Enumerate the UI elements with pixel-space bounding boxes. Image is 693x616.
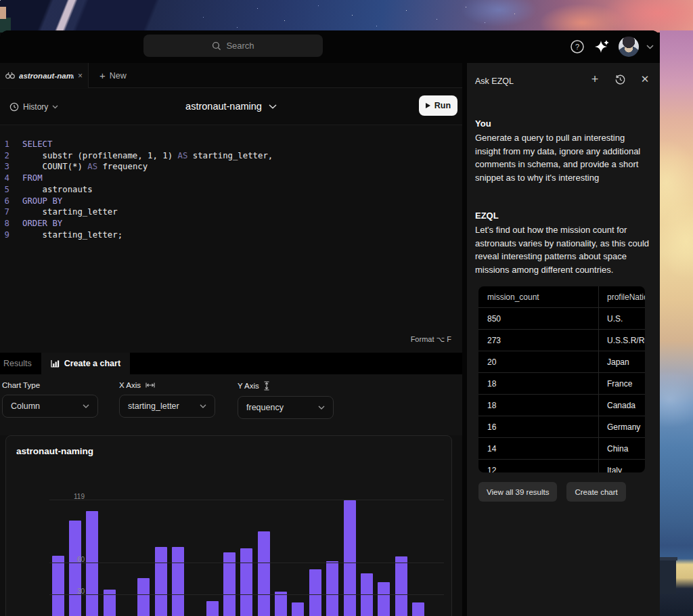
chevron-down-icon xyxy=(269,104,277,109)
table-row[interactable]: 16Germany xyxy=(478,416,645,438)
bar[interactable] xyxy=(258,531,270,616)
ai-sparkle-icon[interactable] xyxy=(594,38,611,56)
line-number: 4 xyxy=(0,173,9,184)
results-preview-table[interactable]: mission_countprofileNation850U.S.273U.S.… xyxy=(478,286,645,472)
tab-astronaut-naming[interactable]: astronaut-naming × xyxy=(0,63,89,88)
bar[interactable] xyxy=(275,592,287,616)
plus-icon: + xyxy=(99,70,106,81)
bar[interactable] xyxy=(86,511,98,616)
chart-type-dropdown[interactable]: Column xyxy=(2,395,98,418)
bar[interactable] xyxy=(137,578,150,616)
run-button[interactable]: Run xyxy=(419,95,457,116)
cell-profile-nation: Japan xyxy=(599,351,645,372)
cell-profile-nation: U.S.S.R/Russ xyxy=(599,330,645,351)
search-icon xyxy=(212,41,221,51)
query-icon xyxy=(5,72,15,79)
horizontal-axis-icon xyxy=(146,382,155,388)
bar-chart-plot: 03060119 xyxy=(49,500,444,616)
new-chat-plus-icon[interactable]: + xyxy=(588,72,602,86)
table-row[interactable]: 14China xyxy=(478,438,645,460)
bar[interactable] xyxy=(395,556,407,616)
cell-mission-count: 14 xyxy=(478,438,599,459)
chart-type-value: Column xyxy=(11,401,40,411)
line-number: 2 xyxy=(0,150,9,162)
bar[interactable] xyxy=(240,548,252,616)
y-axis-value: frequency xyxy=(246,403,284,412)
bar[interactable] xyxy=(69,521,81,616)
bar-chart-icon xyxy=(51,359,60,368)
new-tab-label: New xyxy=(110,71,127,81)
wallpaper-stars xyxy=(0,0,1,1)
cell-mission-count: mission_count xyxy=(478,286,599,307)
bar[interactable] xyxy=(344,500,356,616)
search-input[interactable]: Search xyxy=(143,35,323,57)
x-axis-label: X Axis xyxy=(119,381,141,389)
table-row[interactable]: 273U.S.S.R/Russ xyxy=(478,330,645,351)
close-panel-icon[interactable]: ✕ xyxy=(638,72,652,86)
create-chart-button[interactable]: Create chart xyxy=(566,482,625,502)
bar[interactable] xyxy=(309,569,321,616)
bar[interactable] xyxy=(412,602,424,616)
query-pane: astronaut-naming × + New History astrona… xyxy=(0,63,462,616)
cell-mission-count: 273 xyxy=(478,330,599,351)
tab-create-a-chart[interactable]: Create a chart xyxy=(41,353,130,374)
chart-config-row: Chart Type Column X Axis starting_letter xyxy=(0,374,462,435)
line-number: 5 xyxy=(0,184,9,196)
y-axis-tick: 60 xyxy=(58,555,85,563)
cell-mission-count: 850 xyxy=(478,308,599,329)
user-avatar[interactable] xyxy=(619,37,639,57)
bar[interactable] xyxy=(155,547,167,616)
bar[interactable] xyxy=(52,556,64,616)
clock-icon xyxy=(9,102,19,112)
ask-ezql-title: Ask EZQL xyxy=(475,76,514,86)
history-label: History xyxy=(23,102,48,112)
help-icon[interactable]: ? xyxy=(568,38,586,56)
bar[interactable] xyxy=(172,547,184,616)
cell-mission-count: 18 xyxy=(478,395,599,416)
document-tab-bar: astronaut-naming × + New xyxy=(0,63,462,88)
wallpaper-hut xyxy=(660,560,676,594)
table-header-row[interactable]: mission_countprofileNation xyxy=(478,286,645,308)
account-chevron-down-icon[interactable] xyxy=(646,45,654,49)
you-message: Generate a query to pull an interesting … xyxy=(475,131,652,184)
tab-close-icon[interactable]: × xyxy=(78,72,83,80)
query-name-dropdown[interactable]: astronaut-naming xyxy=(167,95,296,117)
cell-profile-nation: France xyxy=(599,373,645,394)
format-shortcut-hint[interactable]: Format ⌥ F xyxy=(411,335,451,344)
table-row[interactable]: 18Canada xyxy=(478,395,645,416)
view-all-results-button[interactable]: View all 39 results xyxy=(478,482,557,502)
bar[interactable] xyxy=(292,602,304,616)
results-tab-label: Results xyxy=(3,359,32,368)
query-name: astronaut-naming xyxy=(185,101,262,112)
new-tab-button[interactable]: + New xyxy=(89,63,137,88)
x-axis-value: starting_letter xyxy=(128,401,179,411)
run-label: Run xyxy=(434,101,451,110)
x-axis-dropdown[interactable]: starting_letter xyxy=(119,395,215,418)
play-icon xyxy=(426,103,430,108)
ezql-message: Let's find out how the mission count for… xyxy=(475,223,652,276)
history-button[interactable]: History xyxy=(7,97,61,116)
cell-profile-nation: profileNation xyxy=(599,286,645,307)
line-number: 7 xyxy=(0,206,9,218)
chevron-down-icon xyxy=(52,105,58,109)
vertical-axis-icon xyxy=(264,381,269,391)
bar[interactable] xyxy=(326,561,338,616)
gridline xyxy=(49,500,444,500)
table-row[interactable]: 850U.S. xyxy=(478,308,645,330)
y-axis-dropdown[interactable]: frequency xyxy=(238,396,334,419)
table-row[interactable]: 18France xyxy=(478,373,645,395)
bar[interactable] xyxy=(104,590,116,616)
you-label: You xyxy=(475,118,491,129)
bar[interactable] xyxy=(378,582,390,616)
search-placeholder: Search xyxy=(226,41,254,51)
code-lines: 1SELECT2 substr (profilename, 1, 1) AS s… xyxy=(0,139,273,240)
chart-type-label: Chart Type xyxy=(2,381,40,389)
chat-history-icon[interactable] xyxy=(613,72,627,86)
sql-editor[interactable]: 1SELECT2 substr (profilename, 1, 1) AS s… xyxy=(0,125,462,353)
bar[interactable] xyxy=(206,601,219,616)
cell-profile-nation: China xyxy=(599,438,645,459)
table-row[interactable]: 20Japan xyxy=(478,351,645,373)
table-row[interactable]: 12Italy xyxy=(478,460,645,472)
y-axis-tick: 30 xyxy=(58,587,85,594)
tab-results[interactable]: Results xyxy=(0,353,41,374)
